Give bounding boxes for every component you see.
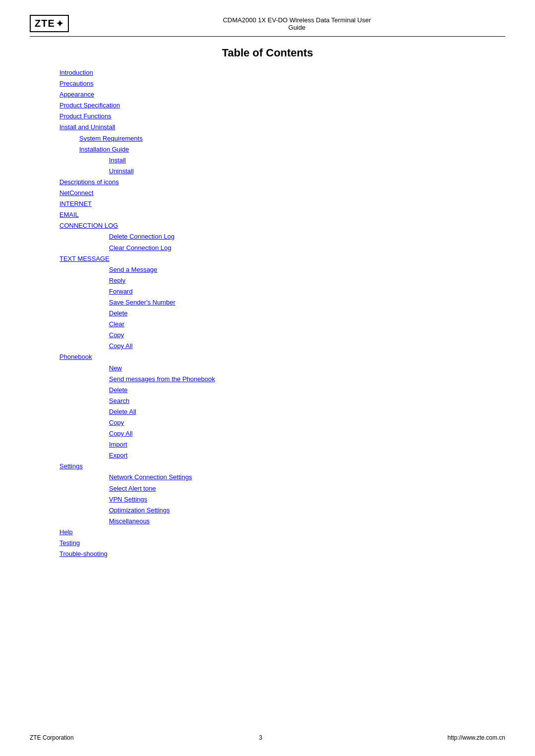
toc-netconnect[interactable]: NetConnect [59,188,505,199]
toc-network-connection-settings[interactable]: Network Connection Settings [109,472,505,483]
toc-new[interactable]: New [109,363,505,374]
logo: ZTE ✦ [30,15,69,32]
toc-text-message[interactable]: TEXT MESSAGE [59,253,505,264]
toc-clear-connection-log[interactable]: Clear Connection Log [109,243,505,253]
toc-product-functions[interactable]: Product Functions [59,111,505,122]
toc-save-senders-number[interactable]: Save Sender's Number [109,297,505,308]
toc-connection-log[interactable]: CONNECTION LOG [59,220,505,231]
logo-text: ZTE [35,18,55,29]
toc-reply[interactable]: Reply [109,275,505,286]
toc-forward[interactable]: Forward [109,286,505,297]
toc-optimization-settings[interactable]: Optimization Settings [109,505,505,516]
header: ZTE ✦ CDMA2000 1X EV-DO Wireless Data Te… [30,15,505,37]
toc-uninstall[interactable]: Uninstall [109,166,505,177]
toc-clear-text[interactable]: Clear [109,319,505,330]
toc-testing[interactable]: Testing [59,538,505,549]
toc-copy-text[interactable]: Copy [109,330,505,341]
toc-delete-phonebook[interactable]: Delete [109,385,505,396]
toc-install-uninstall[interactable]: Install and Uninstall [59,122,505,133]
toc-phonebook[interactable]: Phonebook [59,352,505,362]
toc-email[interactable]: EMAIL [59,209,505,220]
toc-copy-all-phonebook[interactable]: Copy All [109,428,505,439]
toc-vpn-settings[interactable]: VPN Settings [109,494,505,505]
footer: ZTE Corporation 3 http://www.zte.com.cn [30,734,505,741]
toc-introduction[interactable]: Introduction [59,67,505,78]
toc-help[interactable]: Help [59,527,505,538]
toc-internet[interactable]: INTERNET [59,199,505,209]
header-title-line2: Guide [89,24,505,31]
toc: Introduction Precautions Appearance Prod… [30,67,505,559]
toc-system-requirements[interactable]: System Requirements [79,133,505,144]
toc-copy-all-text[interactable]: Copy All [109,341,505,352]
toc-search[interactable]: Search [109,396,505,406]
header-title: CDMA2000 1X EV-DO Wireless Data Terminal… [69,16,505,31]
logo-area: ZTE ✦ [30,15,69,32]
toc-import[interactable]: Import [109,439,505,450]
toc-copy-phonebook[interactable]: Copy [109,417,505,428]
toc-settings[interactable]: Settings [59,461,505,472]
toc-delete-connection-log[interactable]: Delete Connection Log [109,231,505,242]
header-title-line1: CDMA2000 1X EV-DO Wireless Data Terminal… [89,16,505,24]
toc-miscellaneous[interactable]: Miscellaneous [109,516,505,527]
page-title: Table of Contents [30,47,505,59]
page: ZTE ✦ CDMA2000 1X EV-DO Wireless Data Te… [0,0,535,756]
toc-export[interactable]: Export [109,450,505,461]
toc-select-alert-tone[interactable]: Select Alert tone [109,483,505,494]
toc-product-specification[interactable]: Product Specification [59,100,505,111]
toc-appearance[interactable]: Appearance [59,89,505,100]
toc-trouble-shooting[interactable]: Trouble-shooting [59,549,505,559]
toc-precautions[interactable]: Precautions [59,78,505,89]
toc-delete-all[interactable]: Delete All [109,406,505,417]
footer-company: ZTE Corporation [30,734,74,741]
toc-delete-text[interactable]: Delete [109,308,505,319]
logo-icon: ✦ [56,18,64,29]
toc-send-messages-phonebook[interactable]: Send messages from the Phonebook [109,374,505,385]
toc-install[interactable]: Install [109,155,505,166]
footer-page: 3 [74,734,448,741]
toc-send-a-message[interactable]: Send a Message [109,264,505,275]
footer-url: http://www.zte.com.cn [447,734,505,741]
toc-installation-guide[interactable]: Installation Guide [79,144,505,155]
toc-descriptions-of-icons[interactable]: Descriptions of icons [59,177,505,188]
